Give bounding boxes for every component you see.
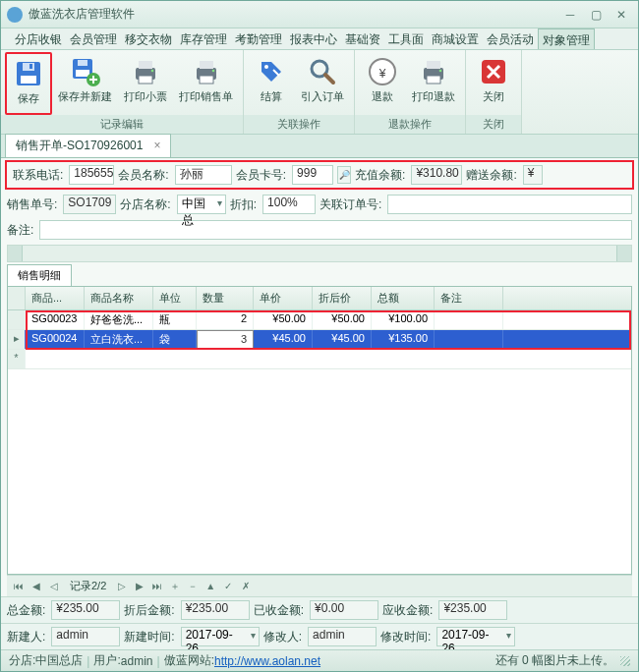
printer-icon bbox=[130, 56, 161, 87]
cell-unit[interactable]: 袋 bbox=[153, 330, 197, 349]
grid-column-header[interactable]: 数量 bbox=[197, 287, 254, 309]
svg-rect-21 bbox=[427, 61, 440, 69]
menu-item[interactable]: 移交衣物 bbox=[121, 28, 176, 49]
print-sales-button[interactable]: 打印销售单 bbox=[173, 52, 239, 115]
doc-tab-title: 销售开单-SO170926001 bbox=[16, 139, 143, 152]
card-lookup-icon[interactable]: 🔎 bbox=[337, 166, 351, 184]
menu-item[interactable]: 工具面 bbox=[384, 28, 428, 49]
card-input[interactable]: 999 bbox=[292, 165, 333, 185]
cell-after[interactable]: ¥50.00 bbox=[313, 310, 372, 329]
remark-input[interactable] bbox=[39, 220, 632, 240]
import-order-button[interactable]: 引入订单 bbox=[295, 52, 350, 115]
ctime-value[interactable]: 2017-09-26 bbox=[181, 627, 260, 646]
detail-tab[interactable]: 销售明细 bbox=[7, 264, 72, 286]
cell-qty[interactable]: 2 bbox=[197, 310, 254, 329]
pager-next-page-button[interactable]: ▷ bbox=[114, 579, 130, 594]
save-new-button[interactable]: 保存并新建 bbox=[52, 52, 118, 115]
pager-next-button[interactable]: ▶ bbox=[132, 579, 147, 594]
mtime-value[interactable]: 2017-09-26 bbox=[436, 627, 515, 646]
row-selector[interactable]: * bbox=[8, 350, 26, 368]
menu-item[interactable]: 基础资 bbox=[341, 28, 384, 49]
card-label: 会员卡号: bbox=[236, 167, 286, 184]
discount-input[interactable]: 100% bbox=[262, 195, 316, 214]
refund-button[interactable]: ¥退款 bbox=[359, 52, 406, 115]
grid-column-header[interactable]: 折后价 bbox=[313, 287, 372, 309]
pager-confirm-button[interactable]: ✓ bbox=[220, 579, 236, 594]
pager-prev-button[interactable]: ◀ bbox=[29, 579, 44, 594]
pager-last-button[interactable]: ⏭ bbox=[149, 579, 165, 594]
svg-rect-22 bbox=[427, 76, 440, 84]
ribbon-group-label: 关闭 bbox=[466, 115, 521, 134]
close-window-button[interactable]: ✕ bbox=[610, 6, 632, 24]
cell-qty[interactable]: 3 bbox=[197, 330, 254, 349]
phone-input[interactable]: 185655 bbox=[69, 165, 114, 185]
cell-code[interactable]: SG00023 bbox=[26, 310, 85, 329]
menu-item[interactable]: 库存管理 bbox=[176, 28, 231, 49]
grid-column-header[interactable]: 单位 bbox=[153, 287, 197, 309]
cell-total[interactable]: ¥100.00 bbox=[372, 310, 435, 329]
pager-cancel-button[interactable]: ✗ bbox=[238, 579, 254, 594]
menu-item[interactable]: 考勤管理 bbox=[231, 28, 286, 49]
cell-price[interactable]: ¥45.00 bbox=[254, 330, 313, 349]
pager-add-button[interactable]: ＋ bbox=[167, 579, 183, 594]
cell-unit[interactable]: 瓶 bbox=[153, 310, 197, 329]
settle-button[interactable]: 结算 bbox=[248, 52, 295, 115]
cell-price[interactable]: ¥50.00 bbox=[254, 310, 313, 329]
svg-rect-14 bbox=[200, 76, 213, 84]
grid-body: SG00023好爸爸洗...瓶2¥50.00¥50.00¥100.00▸SG00… bbox=[8, 310, 631, 574]
doc-tabstrip: 销售开单-SO170926001 × bbox=[1, 135, 638, 158]
ribbon-button-label: 打印销售单 bbox=[179, 89, 233, 104]
phone-label: 联系电话: bbox=[13, 167, 63, 184]
menu-item[interactable]: 对象管理 bbox=[538, 28, 595, 49]
cell-remark[interactable] bbox=[435, 310, 503, 329]
doc-tab-close-icon[interactable]: × bbox=[153, 139, 160, 152]
table-row[interactable]: SG00023好爸爸洗...瓶2¥50.00¥50.00¥100.00 bbox=[8, 310, 631, 330]
resize-grip-icon[interactable] bbox=[620, 656, 630, 666]
menu-item[interactable]: 会员管理 bbox=[66, 28, 121, 49]
grid-column-header[interactable]: 商品... bbox=[26, 287, 85, 309]
status-site-link[interactable]: http://www.aolan.net bbox=[214, 654, 320, 668]
row-selector[interactable]: ▸ bbox=[8, 330, 26, 349]
maximize-button[interactable]: ▢ bbox=[585, 6, 607, 24]
grid-column-header[interactable]: 备注 bbox=[435, 287, 503, 309]
menu-item[interactable]: 商城设置 bbox=[428, 28, 483, 49]
related-order-input[interactable] bbox=[387, 195, 632, 214]
table-row[interactable]: ▸SG00024立白洗衣...袋3¥45.00¥45.00¥135.00 bbox=[8, 330, 631, 350]
pager-first-button[interactable]: ⏮ bbox=[11, 579, 27, 594]
grid-column-header[interactable]: 单价 bbox=[254, 287, 313, 309]
menu-item[interactable]: 会员活动 bbox=[483, 28, 538, 49]
pager-prev-page-button[interactable]: ◁ bbox=[46, 579, 62, 594]
close-button[interactable]: 关闭 bbox=[470, 52, 517, 115]
cell-code[interactable]: SG00024 bbox=[26, 330, 85, 349]
pager-remove-button[interactable]: － bbox=[185, 579, 201, 594]
cell-remark[interactable] bbox=[435, 330, 503, 349]
due-value: ¥235.00 bbox=[438, 600, 507, 620]
row-selector[interactable] bbox=[8, 310, 26, 329]
pager-edit-button[interactable]: ▲ bbox=[203, 579, 218, 594]
ribbon-group-label: 记录编辑 bbox=[1, 115, 243, 134]
menu-item[interactable]: 报表中心 bbox=[286, 28, 341, 49]
branch-select[interactable]: 中国总 bbox=[177, 195, 226, 214]
cell-total[interactable]: ¥135.00 bbox=[372, 330, 435, 349]
print-refund-button[interactable]: 打印退款 bbox=[406, 52, 461, 115]
print-ticket-button[interactable]: 打印小票 bbox=[118, 52, 173, 115]
total-value: ¥235.00 bbox=[51, 600, 120, 620]
horizontal-scrollbar[interactable] bbox=[7, 245, 632, 262]
grid-column-header[interactable]: 商品名称 bbox=[85, 287, 153, 309]
svg-text:¥: ¥ bbox=[378, 67, 386, 81]
save-button[interactable]: 保存 bbox=[5, 52, 52, 115]
name-input[interactable]: 孙丽 bbox=[175, 165, 232, 185]
sales-grid: 商品...商品名称单位数量单价折后价总额备注 SG00023好爸爸洗...瓶2¥… bbox=[7, 286, 632, 575]
cell-name[interactable]: 立白洗衣... bbox=[85, 330, 153, 349]
after-value: ¥235.00 bbox=[181, 600, 250, 620]
cell-after[interactable]: ¥45.00 bbox=[313, 330, 372, 349]
table-row-new[interactable]: * bbox=[8, 350, 631, 369]
svg-point-15 bbox=[211, 70, 214, 73]
grid-column-header[interactable]: 总额 bbox=[372, 287, 435, 309]
doc-tab[interactable]: 销售开单-SO170926001 × bbox=[5, 134, 171, 157]
tag-icon bbox=[256, 56, 287, 87]
cell-name[interactable]: 好爸爸洗... bbox=[85, 310, 153, 329]
menu-item[interactable]: 分店收银 bbox=[11, 28, 66, 49]
ribbon-group: 结算引入订单关联操作 bbox=[244, 50, 355, 134]
minimize-button[interactable]: ─ bbox=[559, 6, 581, 24]
